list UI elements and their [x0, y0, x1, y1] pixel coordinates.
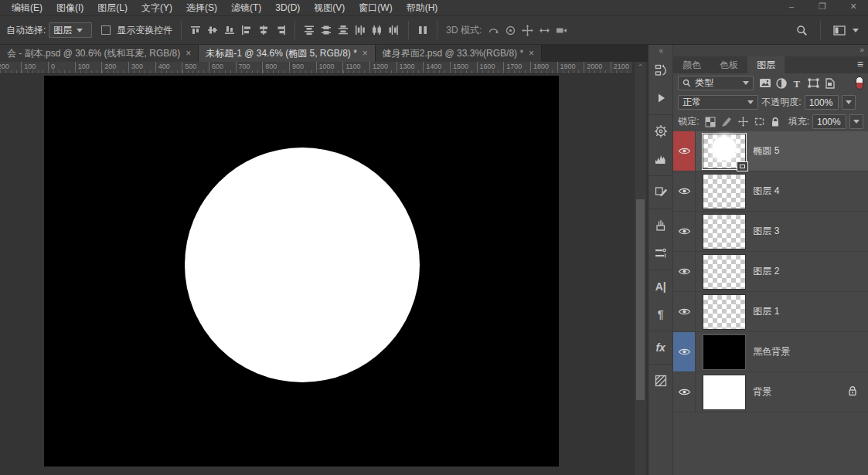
workspace-icon[interactable] [831, 22, 848, 39]
document-tab[interactable]: 会 - 副本.psd @ 30.6% (线和耳麦, RGB/8)× [0, 45, 199, 62]
lock-transparent-pixels-icon[interactable] [703, 114, 719, 129]
layer-thumbnail[interactable] [703, 375, 746, 410]
layer-name[interactable]: 图层 1 [753, 305, 779, 318]
visibility-eye-icon[interactable] [673, 252, 696, 291]
vertical-scrollbar[interactable]: ⌃ [634, 62, 646, 475]
opacity-field[interactable]: 100% [805, 95, 839, 110]
menu-item[interactable]: 选择(S) [179, 0, 224, 15]
menu-item[interactable]: 文字(Y) [134, 0, 179, 15]
menu-item[interactable]: 图层(L) [90, 0, 134, 15]
layer-name[interactable]: 黑色背景 [753, 345, 790, 358]
layer-filter-toggle[interactable] [856, 76, 863, 90]
ellipse-shape[interactable] [185, 148, 420, 382]
camera-3d-icon[interactable] [553, 22, 570, 39]
roll-3d-icon[interactable] [502, 22, 519, 39]
horizontal-ruler[interactable]: 2001000100200300400500600700800900100011… [0, 62, 632, 74]
distribute-bottom-edges-icon[interactable] [335, 22, 352, 39]
lock-image-pixels-icon[interactable] [719, 114, 735, 129]
align-top-edges-icon[interactable] [187, 22, 204, 39]
pixel-layer-filter-icon[interactable] [757, 76, 773, 90]
paragraph-icon[interactable]: ¶ [649, 303, 672, 326]
layer-name[interactable]: 图层 4 [753, 185, 779, 198]
history-icon[interactable] [649, 59, 672, 82]
tool-presets-icon[interactable] [649, 242, 672, 265]
orbit-3d-icon[interactable] [485, 22, 502, 39]
menu-item[interactable]: 窗口(W) [352, 0, 399, 15]
align-left-edges-icon[interactable] [238, 22, 255, 39]
brush-settings-icon[interactable] [649, 214, 672, 237]
actions-icon[interactable] [649, 87, 672, 110]
align-vertical-centers-icon[interactable] [204, 22, 221, 39]
canvas[interactable] [44, 76, 559, 467]
layer-name[interactable]: 图层 3 [753, 225, 779, 238]
slide-3d-icon[interactable] [536, 22, 553, 39]
lock-all-icon[interactable] [768, 114, 784, 129]
distribute-horizontal-centers-icon[interactable] [369, 22, 386, 39]
lock-position-icon[interactable] [735, 114, 751, 129]
document-viewport[interactable] [0, 74, 632, 475]
align-horizontal-centers-icon[interactable] [255, 22, 272, 39]
styles-icon[interactable]: fx [649, 336, 672, 359]
visibility-eye-icon[interactable] [673, 212, 696, 251]
document-tab[interactable]: 健身界面2.psd @ 33.3%(RGB/8) *× [376, 45, 542, 62]
scrollbar-thumb[interactable] [636, 199, 645, 400]
layer-name[interactable]: 图层 2 [753, 265, 779, 278]
layer-thumbnail[interactable] [703, 134, 746, 169]
distribute-left-edges-icon[interactable] [352, 22, 369, 39]
layer-thumbnail[interactable] [703, 174, 746, 209]
auto-select-dropdown[interactable]: 图层 [49, 22, 92, 38]
visibility-eye-icon[interactable] [673, 131, 696, 171]
histogram-icon[interactable] [649, 148, 672, 171]
navigator-icon[interactable] [649, 120, 672, 143]
layer-row[interactable]: 图层 2 [673, 252, 868, 292]
smart-object-filter-icon[interactable] [822, 76, 838, 90]
filter-type-dropdown[interactable]: 类型 [678, 76, 754, 90]
patterns-icon[interactable] [649, 369, 672, 392]
layer-row[interactable]: 椭圆 5 [673, 131, 868, 171]
panel-menu-icon[interactable]: ≡ [857, 58, 863, 70]
menu-item[interactable]: 图像(I) [49, 0, 90, 15]
adjustment-layer-filter-icon[interactable] [773, 76, 789, 90]
layer-row[interactable]: 背景 [673, 372, 868, 412]
minimize-icon[interactable]: – [781, 2, 802, 12]
align-bottom-edges-icon[interactable] [221, 22, 238, 39]
tab-色板[interactable]: 色板 [710, 56, 747, 73]
close-icon[interactable]: ✕ [843, 2, 863, 12]
scroll-up-icon[interactable]: ⌃ [635, 62, 646, 73]
opacity-scrubber[interactable] [842, 95, 856, 110]
tab-图层[interactable]: 图层 [747, 56, 785, 73]
blend-mode-dropdown[interactable]: 正常 [678, 95, 758, 110]
menu-item[interactable]: 滤镜(T) [224, 0, 268, 15]
visibility-eye-icon[interactable] [673, 292, 696, 331]
distribute-right-edges-icon[interactable] [386, 22, 403, 39]
lock-artboard-icon[interactable] [751, 114, 768, 129]
fill-field[interactable]: 100% [812, 114, 846, 129]
shape-layer-filter-icon[interactable] [805, 76, 822, 90]
character-icon[interactable]: A| [649, 275, 672, 298]
notes-icon[interactable] [649, 181, 672, 204]
layer-thumbnail[interactable] [703, 334, 746, 370]
distribute-spacing-icon[interactable] [414, 22, 431, 39]
menu-item[interactable]: 3D(D) [268, 0, 307, 15]
collapse-panels-icon[interactable]: « [648, 45, 672, 56]
menu-item[interactable]: 编辑(E) [5, 0, 49, 15]
layer-row[interactable]: 图层 1 [673, 292, 868, 332]
visibility-eye-icon[interactable] [673, 372, 696, 412]
layer-row[interactable]: 图层 4 [673, 171, 868, 212]
close-tab-icon[interactable]: × [363, 48, 368, 59]
align-right-edges-icon[interactable] [272, 22, 289, 39]
menu-item[interactable]: 帮助(H) [400, 0, 445, 15]
layer-thumbnail[interactable] [703, 254, 746, 290]
expand-panels-icon[interactable]: » [859, 46, 863, 54]
layer-thumbnail[interactable] [703, 294, 746, 330]
distribute-vertical-centers-icon[interactable] [318, 22, 335, 39]
document-tab[interactable]: 未标题-1 @ 34.6% (椭圆 5, RGB/8) *× [199, 45, 376, 62]
menu-item[interactable]: 视图(V) [307, 0, 352, 15]
close-tab-icon[interactable]: × [529, 48, 534, 59]
visibility-eye-icon[interactable] [673, 332, 696, 372]
search-icon[interactable] [793, 22, 810, 39]
show-transform-checkbox[interactable] [101, 25, 111, 35]
distribute-top-edges-icon[interactable] [301, 22, 318, 39]
close-tab-icon[interactable]: × [186, 48, 191, 59]
type-layer-filter-icon[interactable]: T [789, 76, 805, 90]
